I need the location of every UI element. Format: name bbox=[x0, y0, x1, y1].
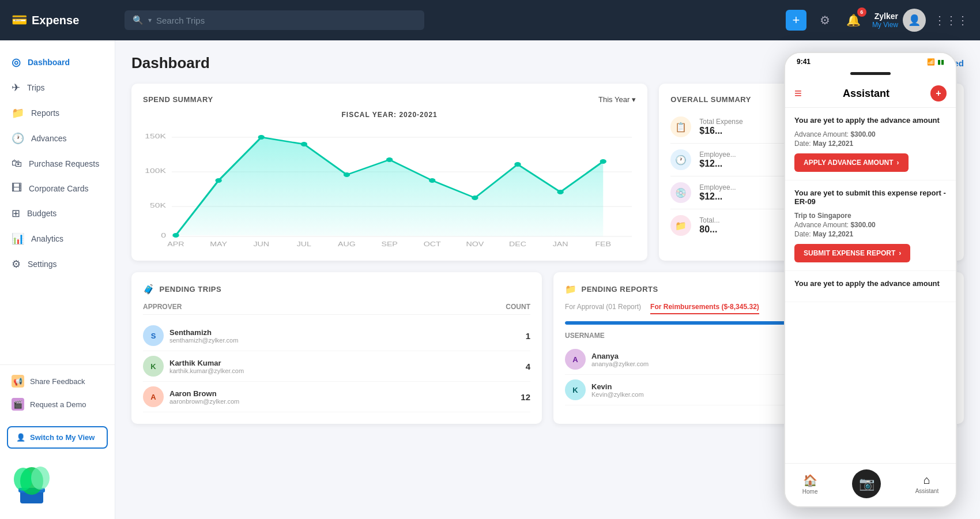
summary-label-0: Total Expense bbox=[699, 118, 742, 126]
search-bar[interactable]: 🔍 ▾ bbox=[125, 10, 424, 30]
grid-apps-icon[interactable]: ⋮⋮⋮ bbox=[934, 13, 968, 27]
avatar-2: A bbox=[143, 386, 164, 407]
home-icon: 🏠 bbox=[803, 473, 817, 487]
phone-msg-1: You are yet to submit this expense repor… bbox=[785, 180, 956, 271]
user-email-0: senthamizh@zylker.com bbox=[169, 337, 238, 344]
switch-view-button[interactable]: 👤 Switch to My View bbox=[7, 426, 108, 449]
sidebar-item-label-budgets: Budgets bbox=[27, 209, 56, 218]
svg-point-18 bbox=[386, 157, 393, 162]
phone-footer: 🏠 Home 📷 ⌂ Assistant bbox=[785, 463, 956, 506]
svg-text:AUG: AUG bbox=[338, 241, 356, 247]
user-info: Zylker My View bbox=[872, 12, 898, 29]
svg-point-16 bbox=[301, 142, 307, 146]
submit-expense-arrow-icon: › bbox=[899, 249, 901, 257]
search-filter-icon: ▾ bbox=[148, 16, 152, 24]
trip-count-1: 4 bbox=[526, 362, 530, 371]
phone-notch bbox=[850, 72, 891, 75]
tab-for-approval[interactable]: For Approval (01 Report) bbox=[565, 303, 641, 314]
spend-chart-svg: 150K 100K 50K 0 bbox=[143, 122, 636, 249]
apply-advance-button[interactable]: APPLY ADVANCE AMOUNT › bbox=[794, 153, 909, 172]
trips-icon: ✈ bbox=[12, 81, 20, 94]
svg-point-21 bbox=[514, 162, 521, 167]
sidebar-item-budgets[interactable]: ⊞ Budgets bbox=[0, 201, 115, 226]
sidebar-item-purchase-requests[interactable]: 🛍 Purchase Requests bbox=[0, 151, 115, 176]
summary-label-2: Employee... bbox=[699, 183, 736, 191]
spend-period-selector[interactable]: This Year ▾ bbox=[598, 95, 636, 104]
svg-point-13 bbox=[172, 233, 179, 238]
share-feedback-item[interactable]: 📢 Share Feedback bbox=[0, 370, 115, 393]
phone-footer-camera[interactable]: 📷 bbox=[852, 469, 881, 498]
summary-icon-2: 💿 bbox=[670, 182, 691, 203]
settings-button[interactable]: ⚙ bbox=[815, 10, 835, 31]
trip-user-1: K Karthik Kumar karthik.kumar@zylker.com bbox=[143, 356, 244, 377]
request-demo-label: Request a Demo bbox=[30, 400, 86, 409]
user-name-0: Senthamizh bbox=[169, 328, 238, 337]
assistant-icon: ⌂ bbox=[924, 473, 930, 487]
spend-period-label: This Year bbox=[598, 95, 630, 104]
svg-text:DEC: DEC bbox=[509, 241, 526, 247]
sidebar-item-advances[interactable]: 🕐 Advances bbox=[0, 126, 115, 151]
user-email-2: aaronbrown@zylker.com bbox=[169, 398, 239, 405]
sidebar: ◎ Dashboard ✈ Trips 📁 Reports 🕐 Advances… bbox=[0, 40, 115, 519]
trip-count-2: 12 bbox=[521, 392, 530, 402]
summary-value-3: 80... bbox=[699, 224, 719, 235]
trip-user-2: A Aaron Brown aaronbrown@zylker.com bbox=[143, 386, 239, 407]
report-user-email-1: Kevin@zylker.com bbox=[591, 391, 644, 398]
tab-for-reimbursements[interactable]: For Reimbursements ($-8,345.32) bbox=[650, 303, 759, 314]
svg-text:OCT: OCT bbox=[424, 241, 442, 247]
advances-icon: 🕐 bbox=[12, 132, 24, 145]
avatar: 👤 bbox=[903, 9, 926, 32]
phone-footer-assistant[interactable]: ⌂ Assistant bbox=[915, 473, 939, 494]
sidebar-item-trips[interactable]: ✈ Trips bbox=[0, 75, 115, 100]
report-user-0: A Ananya ananya@zylker.com bbox=[565, 349, 649, 370]
pending-trips-icon: 🧳 bbox=[143, 284, 155, 295]
notifications-button[interactable]: 🔔 6 bbox=[843, 10, 864, 31]
search-icon: 🔍 bbox=[133, 15, 144, 25]
svg-text:0: 0 bbox=[161, 232, 166, 239]
svg-text:MAY: MAY bbox=[210, 241, 227, 247]
sidebar-item-label-cards: Corporate Cards bbox=[29, 184, 89, 193]
sidebar-bottom: 📢 Share Feedback 🎬 Request a Demo bbox=[0, 364, 115, 420]
add-button[interactable]: + bbox=[786, 10, 806, 31]
user-profile[interactable]: Zylker My View 👤 bbox=[872, 9, 926, 32]
svg-point-20 bbox=[472, 195, 478, 200]
trip-row-1: K Karthik Kumar karthik.kumar@zylker.com… bbox=[143, 351, 530, 382]
sidebar-item-settings[interactable]: ⚙ Settings bbox=[0, 251, 115, 277]
pending-trips-title: 🧳 PENDING TRIPS bbox=[143, 284, 530, 295]
summary-info-3: Total... 80... bbox=[699, 216, 719, 235]
user-info-1: Karthik Kumar karthik.kumar@zylker.com bbox=[169, 359, 244, 374]
phone-date-label-0: Date: May 12,2021 bbox=[794, 140, 947, 148]
budgets-icon: ⊞ bbox=[12, 207, 20, 220]
phone-footer-home-label: Home bbox=[802, 488, 818, 495]
sidebar-item-corporate-cards[interactable]: 🎞 Corporate Cards bbox=[0, 176, 115, 201]
brand: 💳 Expense bbox=[12, 13, 115, 28]
sidebar-item-dashboard[interactable]: ◎ Dashboard bbox=[0, 50, 115, 75]
sidebar-item-label-trips: Trips bbox=[27, 83, 45, 92]
request-demo-item[interactable]: 🎬 Request a Demo bbox=[0, 393, 115, 416]
submit-expense-button[interactable]: SUBMIT EXPENSE REPORT › bbox=[794, 244, 910, 262]
page-title: Dashboard bbox=[131, 54, 210, 72]
phone-close-button[interactable]: + bbox=[930, 85, 947, 101]
sidebar-item-label-dashboard: Dashboard bbox=[28, 58, 70, 67]
phone-footer-home[interactable]: 🏠 Home bbox=[802, 473, 818, 495]
share-feedback-label: Share Feedback bbox=[30, 377, 85, 386]
spend-chart: 150K 100K 50K 0 bbox=[143, 122, 636, 249]
phone-msg-text-1: You are yet to submit this expense repor… bbox=[794, 189, 947, 206]
sidebar-item-analytics[interactable]: 📊 Analytics bbox=[0, 226, 115, 251]
svg-text:JUN: JUN bbox=[253, 241, 269, 247]
phone-trip-label-1: Trip to Singapore bbox=[794, 212, 947, 220]
sidebar-item-reports[interactable]: 📁 Reports bbox=[0, 100, 115, 126]
phone-status-icons: 📶 ▮▮ bbox=[927, 58, 944, 66]
summary-info-2: Employee... $12... bbox=[699, 183, 736, 202]
pending-reports-icon: 📁 bbox=[565, 284, 577, 295]
summary-icon-1: 🕐 bbox=[670, 149, 691, 170]
notification-badge: 6 bbox=[857, 7, 866, 17]
search-input[interactable] bbox=[156, 16, 416, 25]
fiscal-year-label: FISCAL YEAR: 2020-2021 bbox=[143, 111, 636, 119]
submit-expense-label: SUBMIT EXPENSE REPORT bbox=[804, 249, 895, 257]
pending-trips-card: 🧳 PENDING TRIPS APPROVER COUNT S Sentham… bbox=[131, 272, 542, 424]
phone-menu-icon[interactable]: ≡ bbox=[794, 86, 802, 101]
svg-text:150K: 150K bbox=[145, 133, 166, 140]
camera-button[interactable]: 📷 bbox=[852, 469, 881, 498]
sidebar-item-label-advances: Advances bbox=[31, 134, 66, 143]
